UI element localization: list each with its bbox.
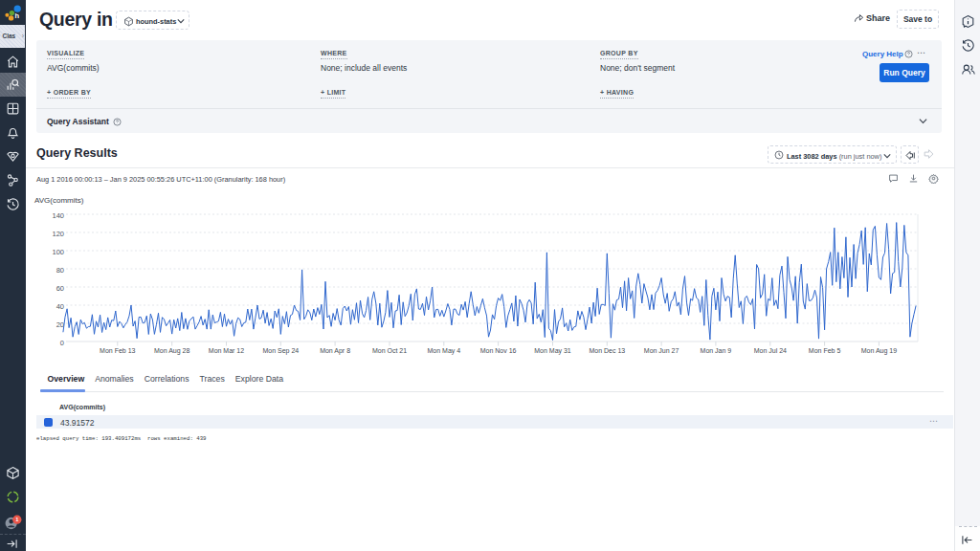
svg-text:Mon Nov 16: Mon Nov 16 <box>480 347 517 354</box>
svg-text:60: 60 <box>56 284 64 293</box>
svg-text:Mon Dec 13: Mon Dec 13 <box>589 347 625 354</box>
svg-text:100: 100 <box>52 248 64 256</box>
svg-text:0: 0 <box>60 339 64 347</box>
svg-text:120: 120 <box>52 230 64 238</box>
svg-text:Mon May 4: Mon May 4 <box>427 347 460 355</box>
svg-text:Mon Sep 24: Mon Sep 24 <box>262 347 299 355</box>
svg-text:Mon Oct 21: Mon Oct 21 <box>372 347 407 354</box>
svg-text:Mon Aug 19: Mon Aug 19 <box>861 347 897 355</box>
svg-text:Mon Jul 24: Mon Jul 24 <box>754 347 787 354</box>
svg-text:Mon Aug 28: Mon Aug 28 <box>154 347 189 355</box>
svg-text:Mon Feb 5: Mon Feb 5 <box>809 347 841 354</box>
svg-text:40: 40 <box>56 302 64 311</box>
svg-text:Mon May 31: Mon May 31 <box>534 347 571 355</box>
svg-text:140: 140 <box>52 211 64 220</box>
svg-text:Mon Feb 13: Mon Feb 13 <box>100 347 135 354</box>
svg-text:Mon Mar 12: Mon Mar 12 <box>209 347 244 354</box>
svg-text:h: h <box>14 11 19 20</box>
svg-text:Mon Jun 27: Mon Jun 27 <box>644 347 679 354</box>
svg-text:Mon Apr 8: Mon Apr 8 <box>320 347 350 355</box>
svg-text:20: 20 <box>56 320 64 329</box>
svg-text:80: 80 <box>56 266 64 275</box>
svg-text:Mon Jan 9: Mon Jan 9 <box>701 347 732 354</box>
